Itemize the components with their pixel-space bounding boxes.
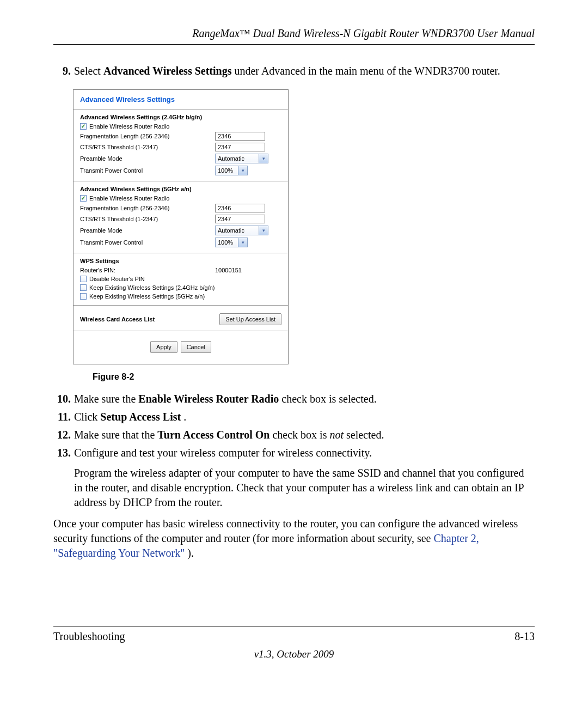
preamble-24-label: Preamble Mode: [80, 155, 215, 162]
frag-24-label: Fragmentation Length (256-2346): [80, 133, 215, 139]
frag-24-input[interactable]: 2346: [215, 132, 265, 141]
frag-5-input[interactable]: 2346: [215, 204, 265, 212]
router-pin-label: Router's PIN:: [80, 267, 215, 273]
step-10: 10. Make sure the Enable Wireless Router…: [53, 392, 535, 406]
enable-radio-24-checkbox[interactable]: [80, 123, 87, 130]
closing-paragraph: Once your computer has basic wireless co…: [53, 516, 535, 561]
step-text: Make sure that the: [74, 429, 157, 441]
step-text: check box is: [272, 429, 329, 441]
step-list: 9. Select Advanced Wireless Settings und…: [53, 64, 535, 78]
preamble-5-label: Preamble Mode: [80, 227, 215, 234]
section-heading-24ghz: Advanced Wireless Settings (2.4GHz b/g/n…: [80, 114, 281, 120]
para-text: ).: [187, 547, 194, 559]
step-text: check box is selected.: [281, 393, 376, 405]
access-list-label: Wireless Card Access List: [80, 316, 155, 322]
frag-5-label: Fragmentation Length (256-2346): [80, 205, 215, 211]
step-text: Select: [74, 65, 103, 77]
txpower-24-value: 100%: [216, 167, 238, 174]
step-list-continued: 10. Make sure the Enable Wireless Router…: [53, 392, 535, 510]
txpower-5-value: 100%: [216, 239, 238, 246]
enable-radio-24-label: Enable Wireless Router Radio: [89, 123, 281, 130]
keep-24-label: Keep Existing Wireless Settings (2.4GHz …: [89, 284, 281, 291]
footer-rule: [53, 626, 535, 626]
doc-header-title: RangeMax™ Dual Band Wireless-N Gigabit R…: [53, 27, 535, 40]
txpower-5-label: Transmit Power Control: [80, 239, 215, 246]
keep-5-label: Keep Existing Wireless Settings (5GHz a/…: [89, 293, 281, 300]
step-number: 11.: [53, 410, 74, 424]
preamble-24-value: Automatic: [216, 155, 259, 162]
step-text: under Advanced in the main menu of the W…: [234, 65, 500, 77]
footer-version: v1.3, October 2009: [0, 648, 588, 660]
keep-5-checkbox[interactable]: [80, 293, 87, 300]
step-text: Make sure the: [74, 393, 138, 405]
step-bold: Setup Access List: [100, 411, 181, 423]
step-number: 12.: [53, 428, 74, 442]
setup-access-list-button[interactable]: Set Up Access List: [219, 313, 281, 325]
chevron-down-icon: ▾: [238, 166, 247, 175]
step-text: Configure and test your wireless compute…: [74, 447, 372, 459]
keep-24-checkbox[interactable]: [80, 284, 87, 291]
figure-caption: Figure 8-2: [93, 372, 535, 382]
step-number: 9.: [53, 64, 74, 78]
cancel-button[interactable]: Cancel: [181, 341, 211, 353]
disable-pin-label: Disable Router's PIN: [89, 276, 281, 282]
router-pin-value: 10000151: [215, 267, 281, 273]
chevron-down-icon: ▾: [259, 226, 268, 235]
step-text: Click: [74, 411, 100, 423]
txpower-24-select[interactable]: 100% ▾: [215, 166, 248, 175]
enable-radio-5-label: Enable Wireless Router Radio: [89, 195, 281, 202]
step-12: 12. Make sure that the Turn Access Contr…: [53, 428, 535, 442]
preamble-24-select[interactable]: Automatic ▾: [215, 154, 268, 163]
preamble-5-value: Automatic: [216, 227, 259, 234]
step-bold: Enable Wireless Router Radio: [138, 393, 279, 405]
cts-24-input[interactable]: 2347: [215, 143, 265, 151]
chevron-down-icon: ▾: [259, 154, 268, 163]
preamble-5-select[interactable]: Automatic ▾: [215, 226, 268, 235]
footer-page: 8-13: [514, 630, 535, 643]
step-11: 11. Click Setup Access List .: [53, 410, 535, 424]
footer-section: Troubleshooting: [53, 630, 125, 643]
step-subpara: Program the wireless adapter of your com…: [74, 466, 535, 510]
section-heading-wps: WPS Settings: [80, 258, 281, 264]
router-settings-screenshot: Advanced Wireless Settings Advanced Wire…: [73, 89, 289, 364]
step-9: 9. Select Advanced Wireless Settings und…: [53, 64, 535, 78]
step-italic: not: [329, 429, 344, 441]
step-bold: Advanced Wireless Settings: [103, 65, 232, 77]
cts-5-input[interactable]: 2347: [215, 215, 265, 223]
cts-5-label: CTS/RTS Threshold (1-2347): [80, 216, 215, 222]
step-text: .: [183, 411, 186, 423]
step-number: 10.: [53, 392, 74, 406]
cts-24-label: CTS/RTS Threshold (1-2347): [80, 144, 215, 150]
txpower-5-select[interactable]: 100% ▾: [215, 238, 248, 247]
txpower-24-label: Transmit Power Control: [80, 167, 215, 174]
step-bold: Turn Access Control On: [157, 429, 270, 441]
panel-title: Advanced Wireless Settings: [80, 95, 281, 104]
chevron-down-icon: ▾: [238, 238, 247, 247]
step-13: 13. Configure and test your wireless com…: [53, 446, 535, 510]
apply-button[interactable]: Apply: [150, 341, 177, 353]
enable-radio-5-checkbox[interactable]: [80, 195, 87, 202]
section-heading-5ghz: Advanced Wireless Settings (5GHz a/n): [80, 186, 281, 192]
header-rule: [53, 44, 535, 45]
step-text: selected.: [346, 429, 384, 441]
disable-pin-checkbox[interactable]: [80, 276, 87, 282]
step-number: 13.: [53, 446, 74, 510]
